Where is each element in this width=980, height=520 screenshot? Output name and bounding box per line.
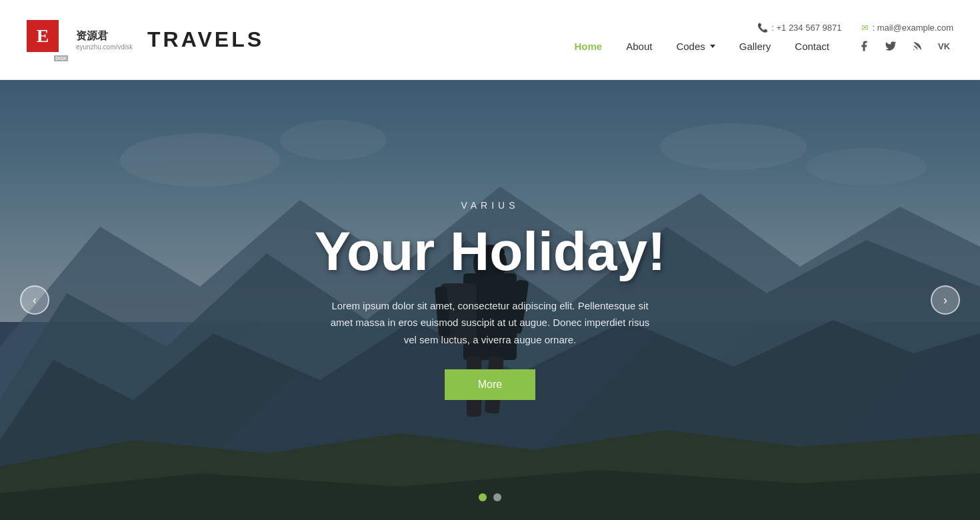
email-address: : mail@example.com	[872, 23, 953, 33]
email-contact: ✉ : mail@example.com	[861, 23, 953, 33]
logo-subdomain: eyunzhu.com/vdisk	[76, 43, 133, 51]
facebook-icon[interactable]	[855, 37, 873, 55]
logo-chinese: 资源君	[76, 29, 133, 43]
rss-icon[interactable]	[908, 37, 927, 55]
slider-next-arrow[interactable]: ›	[931, 285, 960, 315]
brand-name: TRAVELS	[147, 27, 264, 52]
phone-number: : +1 234 567 9871	[771, 23, 841, 33]
contact-info: 📞 : +1 234 567 9871 ✉ : mail@example.com	[757, 23, 953, 33]
hero-more-button[interactable]: More	[445, 369, 535, 400]
nav-contact[interactable]: Contact	[783, 35, 841, 57]
header: E DISK 资源君 eyunzhu.com/vdisk TRAVELS 📞 :…	[0, 0, 980, 80]
hero-content: VARIUS Your Holiday! Lorem ipsum dolor s…	[0, 80, 980, 520]
nav-about[interactable]: About	[614, 35, 664, 57]
vk-icon[interactable]: VK	[935, 37, 953, 55]
hero-title: Your Holiday!	[315, 221, 666, 281]
hero-section: VARIUS Your Holiday! Lorem ipsum dolor s…	[0, 80, 980, 520]
logo-watermark: DISK	[54, 55, 68, 61]
chevron-down-icon	[710, 45, 715, 48]
nav-codes-dropdown[interactable]: Codes	[664, 35, 727, 57]
slider-dots	[479, 493, 501, 501]
hero-subtitle: VARIUS	[461, 200, 519, 211]
social-icons: VK	[855, 37, 953, 55]
logo-area: E DISK 资源君 eyunzhu.com/vdisk TRAVELS	[27, 20, 264, 60]
phone-icon: 📞	[757, 23, 768, 33]
slider-prev-arrow[interactable]: ‹	[20, 285, 49, 315]
logo-letter: E	[27, 20, 59, 52]
phone-contact: 📞 : +1 234 567 9871	[757, 23, 841, 33]
email-icon: ✉	[861, 23, 869, 33]
main-nav: Home About Codes Gallery Contact	[563, 35, 841, 57]
svg-point-0	[913, 49, 915, 51]
slider-dot-2[interactable]	[493, 493, 501, 501]
twitter-icon[interactable]	[881, 37, 900, 55]
header-right: 📞 : +1 234 567 9871 ✉ : mail@example.com…	[563, 23, 953, 57]
slider-dot-1[interactable]	[479, 493, 487, 501]
nav-codes[interactable]: Codes	[664, 35, 727, 57]
logo-text: 资源君 eyunzhu.com/vdisk	[76, 29, 133, 51]
nav-gallery[interactable]: Gallery	[727, 35, 783, 57]
nav-social-row: Home About Codes Gallery Contact VK	[563, 35, 953, 57]
nav-home[interactable]: Home	[563, 35, 615, 57]
logo-icon: E DISK	[27, 20, 67, 60]
hero-description: Lorem ipsum dolor sit amet, consectetur …	[330, 297, 650, 349]
